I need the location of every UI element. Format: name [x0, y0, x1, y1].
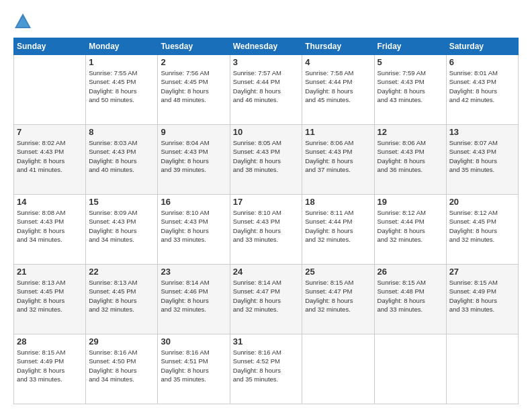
day-number: 18	[305, 197, 371, 207]
weekday-header-wednesday: Wednesday	[230, 38, 302, 55]
day-info: Sunrise: 8:11 AM Sunset: 4:44 PM Dayligh…	[305, 208, 371, 244]
calendar: SundayMondayTuesdayWednesdayThursdayFrid…	[13, 38, 519, 404]
day-info: Sunrise: 8:09 AM Sunset: 4:43 PM Dayligh…	[89, 208, 154, 244]
day-info: Sunrise: 7:57 AM Sunset: 4:44 PM Dayligh…	[233, 68, 300, 104]
day-cell: 9Sunrise: 8:04 AM Sunset: 4:43 PM Daylig…	[158, 125, 230, 195]
day-number: 4	[305, 57, 371, 67]
day-number: 26	[378, 267, 443, 277]
day-cell: 3Sunrise: 7:57 AM Sunset: 4:44 PM Daylig…	[230, 55, 302, 125]
day-info: Sunrise: 8:14 AM Sunset: 4:47 PM Dayligh…	[233, 278, 300, 314]
day-cell: 5Sunrise: 7:59 AM Sunset: 4:43 PM Daylig…	[374, 55, 446, 125]
day-info: Sunrise: 8:15 AM Sunset: 4:48 PM Dayligh…	[378, 278, 443, 314]
day-number: 25	[305, 267, 371, 277]
day-number: 11	[305, 127, 371, 137]
day-number: 2	[161, 57, 226, 67]
day-number: 29	[89, 336, 154, 347]
day-cell: 31Sunrise: 8:16 AM Sunset: 4:52 PM Dayli…	[230, 334, 302, 404]
day-cell: 20Sunrise: 8:12 AM Sunset: 4:45 PM Dayli…	[446, 195, 518, 265]
day-info: Sunrise: 8:12 AM Sunset: 4:45 PM Dayligh…	[449, 208, 515, 244]
day-info: Sunrise: 8:02 AM Sunset: 4:43 PM Dayligh…	[17, 138, 83, 174]
day-info: Sunrise: 7:56 AM Sunset: 4:45 PM Dayligh…	[161, 68, 226, 104]
weekday-header-tuesday: Tuesday	[158, 38, 230, 55]
week-row-4: 28Sunrise: 8:15 AM Sunset: 4:49 PM Dayli…	[14, 334, 519, 404]
day-cell: 11Sunrise: 8:06 AM Sunset: 4:43 PM Dayli…	[302, 125, 374, 195]
day-info: Sunrise: 8:16 AM Sunset: 4:52 PM Dayligh…	[233, 348, 300, 383]
day-number: 30	[161, 336, 226, 347]
day-cell: 23Sunrise: 8:14 AM Sunset: 4:46 PM Dayli…	[158, 265, 230, 334]
day-info: Sunrise: 8:16 AM Sunset: 4:51 PM Dayligh…	[161, 348, 226, 383]
day-number: 23	[161, 267, 226, 277]
day-cell	[302, 334, 374, 404]
day-info: Sunrise: 8:07 AM Sunset: 4:43 PM Dayligh…	[449, 138, 515, 174]
day-number: 21	[17, 267, 83, 277]
day-info: Sunrise: 8:13 AM Sunset: 4:45 PM Dayligh…	[89, 278, 154, 314]
day-info: Sunrise: 8:03 AM Sunset: 4:43 PM Dayligh…	[89, 138, 154, 174]
week-row-1: 7Sunrise: 8:02 AM Sunset: 4:43 PM Daylig…	[14, 125, 519, 195]
day-cell: 13Sunrise: 8:07 AM Sunset: 4:43 PM Dayli…	[446, 125, 518, 195]
day-info: Sunrise: 8:08 AM Sunset: 4:43 PM Dayligh…	[17, 208, 83, 244]
day-cell: 7Sunrise: 8:02 AM Sunset: 4:43 PM Daylig…	[14, 125, 86, 195]
week-row-0: 1Sunrise: 7:55 AM Sunset: 4:45 PM Daylig…	[14, 55, 519, 125]
day-info: Sunrise: 8:10 AM Sunset: 4:43 PM Dayligh…	[233, 208, 300, 244]
day-cell: 15Sunrise: 8:09 AM Sunset: 4:43 PM Dayli…	[86, 195, 158, 265]
day-cell: 4Sunrise: 7:58 AM Sunset: 4:44 PM Daylig…	[302, 55, 374, 125]
day-number: 5	[378, 57, 443, 67]
weekday-header-thursday: Thursday	[302, 38, 374, 55]
day-number: 15	[89, 197, 154, 207]
day-number: 9	[161, 127, 226, 137]
day-info: Sunrise: 7:55 AM Sunset: 4:45 PM Dayligh…	[89, 68, 154, 104]
logo-icon	[13, 12, 32, 31]
day-cell: 1Sunrise: 7:55 AM Sunset: 4:45 PM Daylig…	[86, 55, 158, 125]
day-number: 17	[233, 197, 300, 207]
day-cell: 25Sunrise: 8:15 AM Sunset: 4:47 PM Dayli…	[302, 265, 374, 334]
day-number: 16	[161, 197, 226, 207]
day-cell	[374, 334, 446, 404]
day-info: Sunrise: 8:12 AM Sunset: 4:44 PM Dayligh…	[378, 208, 443, 244]
day-info: Sunrise: 8:06 AM Sunset: 4:43 PM Dayligh…	[305, 138, 371, 174]
day-number: 3	[233, 57, 300, 67]
day-number: 27	[449, 267, 515, 277]
day-cell: 17Sunrise: 8:10 AM Sunset: 4:43 PM Dayli…	[230, 195, 302, 265]
day-number: 1	[89, 57, 154, 67]
day-info: Sunrise: 8:10 AM Sunset: 4:43 PM Dayligh…	[161, 208, 226, 244]
day-cell	[14, 55, 86, 125]
day-info: Sunrise: 8:04 AM Sunset: 4:43 PM Dayligh…	[161, 138, 226, 174]
logo	[13, 12, 35, 31]
weekday-header-row: SundayMondayTuesdayWednesdayThursdayFrid…	[14, 38, 519, 55]
day-info: Sunrise: 8:01 AM Sunset: 4:43 PM Dayligh…	[449, 68, 515, 104]
day-cell	[446, 334, 518, 404]
day-number: 8	[89, 127, 154, 137]
day-number: 28	[17, 336, 83, 347]
day-info: Sunrise: 8:15 AM Sunset: 4:49 PM Dayligh…	[17, 348, 83, 383]
day-cell: 14Sunrise: 8:08 AM Sunset: 4:43 PM Dayli…	[14, 195, 86, 265]
weekday-header-monday: Monday	[86, 38, 158, 55]
day-info: Sunrise: 8:13 AM Sunset: 4:45 PM Dayligh…	[17, 278, 83, 314]
day-number: 24	[233, 267, 300, 277]
day-cell: 30Sunrise: 8:16 AM Sunset: 4:51 PM Dayli…	[158, 334, 230, 404]
day-cell: 21Sunrise: 8:13 AM Sunset: 4:45 PM Dayli…	[14, 265, 86, 334]
day-number: 14	[17, 197, 83, 207]
day-cell: 19Sunrise: 8:12 AM Sunset: 4:44 PM Dayli…	[374, 195, 446, 265]
weekday-header-friday: Friday	[374, 38, 446, 55]
day-number: 7	[17, 127, 83, 137]
day-number: 31	[233, 336, 300, 347]
day-cell: 26Sunrise: 8:15 AM Sunset: 4:48 PM Dayli…	[374, 265, 446, 334]
week-row-2: 14Sunrise: 8:08 AM Sunset: 4:43 PM Dayli…	[14, 195, 519, 265]
day-number: 12	[378, 127, 443, 137]
day-info: Sunrise: 8:15 AM Sunset: 4:47 PM Dayligh…	[305, 278, 371, 314]
day-cell: 12Sunrise: 8:06 AM Sunset: 4:43 PM Dayli…	[374, 125, 446, 195]
day-number: 13	[449, 127, 515, 137]
day-number: 22	[89, 267, 154, 277]
day-cell: 22Sunrise: 8:13 AM Sunset: 4:45 PM Dayli…	[86, 265, 158, 334]
day-cell: 8Sunrise: 8:03 AM Sunset: 4:43 PM Daylig…	[86, 125, 158, 195]
weekday-header-sunday: Sunday	[14, 38, 86, 55]
day-cell: 10Sunrise: 8:05 AM Sunset: 4:43 PM Dayli…	[230, 125, 302, 195]
day-cell: 28Sunrise: 8:15 AM Sunset: 4:49 PM Dayli…	[14, 334, 86, 404]
week-row-3: 21Sunrise: 8:13 AM Sunset: 4:45 PM Dayli…	[14, 265, 519, 334]
day-cell: 2Sunrise: 7:56 AM Sunset: 4:45 PM Daylig…	[158, 55, 230, 125]
day-info: Sunrise: 8:05 AM Sunset: 4:43 PM Dayligh…	[233, 138, 300, 174]
day-cell: 24Sunrise: 8:14 AM Sunset: 4:47 PM Dayli…	[230, 265, 302, 334]
day-number: 6	[449, 57, 515, 67]
day-number: 19	[378, 197, 443, 207]
day-info: Sunrise: 8:06 AM Sunset: 4:43 PM Dayligh…	[378, 138, 443, 174]
